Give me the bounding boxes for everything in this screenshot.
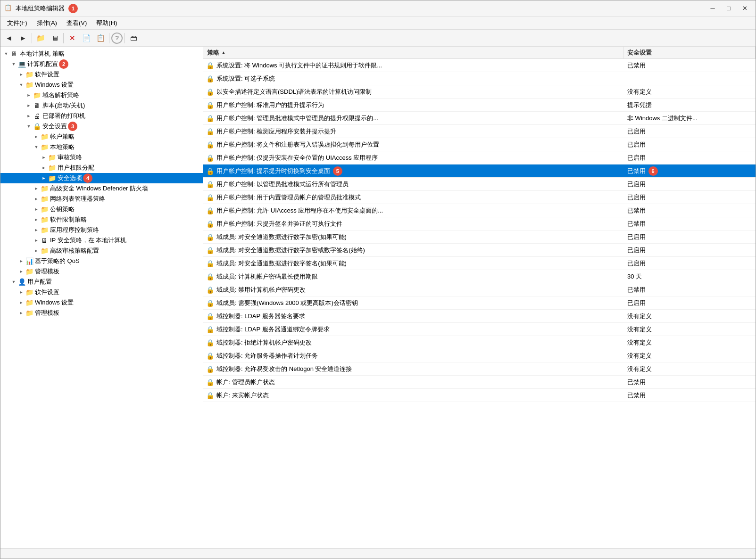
tree-dns[interactable]: ► 📁 域名解析策略 [0,90,203,100]
tree-ip-security[interactable]: ► 🖥 IP 安全策略，在 本地计算机 [0,235,203,246]
list-item[interactable]: 🔒 域成员: 对安全通道数据进行数字签名(如果可能) 已启用 [203,257,756,270]
useradm-icon: 📁 [25,309,33,317]
list-item[interactable]: 🔒 域成员: 禁用计算机帐户密码更改 已禁用 [203,283,756,296]
list-item[interactable]: 🔒 用户帐户控制: 标准用户的提升提示行为 提示凭据 [203,99,756,112]
list-item[interactable]: 🔒 域控制器: LDAP 服务器签名要求 没有定义 [203,310,756,323]
tree-account-policy[interactable]: ► 📁 帐户策略 [0,132,203,142]
software-expand: ► [17,71,25,78]
tree-audit[interactable]: ► 📁 审核策略 [0,152,203,163]
row-security-text: 已禁用 [623,391,756,400]
properties-button[interactable]: 🗃 [127,32,140,44]
row-policy-text: 域成员: 对安全通道数据进行数字签名(如果可能) [216,259,623,268]
tree-computer-config[interactable]: ▼ 💻 计算机配置 2 [0,59,203,69]
menu-view[interactable]: 查看(V) [62,17,91,29]
list-item[interactable]: 🔒 系统设置: 可选子系统 [203,72,756,85]
close-button[interactable]: ✕ [738,3,752,14]
menu-help[interactable]: 帮助(H) [91,17,122,29]
menu-file[interactable]: 文件(F) [2,17,32,29]
list-item[interactable]: 🔒 用户帐户控制: 管理员批准模式中管理员的提升权限提示的... 非 Windo… [203,112,756,125]
row-policy-text: 域成员: 对安全通道数据进行数字加密或数字签名(始终) [216,246,623,255]
row-policy-text: 域控制器: 拒绝计算机帐户密码更改 [216,338,623,347]
tree-printers[interactable]: ► 🖨 已部署的打印机 [0,111,203,121]
list-item[interactable]: 🔒 域成员: 需要强(Windows 2000 或更高版本)会话密钥 已启用 [203,296,756,310]
tree-user-software[interactable]: ► 📁 软件设置 [0,287,203,297]
list-item[interactable]: 🔒 域控制器: LDAP 服务器通道绑定令牌要求 没有定义 [203,323,756,336]
tree-qos[interactable]: ► 📊 基于策略的 QoS [0,256,203,266]
tree-user-admin-templates[interactable]: ► 📁 管理模板 [0,308,203,318]
row-security-text: 已启用 [623,193,756,202]
copy-button[interactable]: 📄 [80,32,93,44]
tree-root[interactable]: ▼ 🖥 本地计算机 策略 [0,49,203,59]
show-hide-button[interactable]: 🖥 [48,32,61,44]
row-policy-text: 用户帐户控制: 标准用户的提升提示行为 [216,101,623,109]
row-security-text: 已禁用 [623,206,756,215]
tree-defender[interactable]: ► 📁 高级安全 Windows Defender 防火墙 [0,183,203,194]
list-item[interactable]: 🔒 用户帐户控制: 用于内置管理员帐户的管理员批准模式 已启用 [203,191,756,204]
list-item[interactable]: 🔒 用户帐户控制: 只提升签名并验证的可执行文件 已禁用 [203,217,756,230]
list-item[interactable]: 🔒 以安全描述符定义语言(SDDL)语法表示的计算机访问限制 没有定义 [203,85,756,99]
row-policy-text: 域控制器: LDAP 服务器通道绑定令牌要求 [216,325,623,334]
list-item-selected[interactable]: 🔒 用户帐户控制: 提示提升时切换到安全桌面 5 已禁用 6 [203,164,756,178]
back-button[interactable]: ◄ [2,32,16,44]
tree-user-rights[interactable]: ► 📁 用户权限分配 [0,163,203,173]
tree-public-key[interactable]: ► 📁 公钥策略 [0,204,203,214]
tree-admin-templates[interactable]: ► 📁 管理模板 [0,266,203,277]
up-button[interactable]: 📁 [34,32,47,44]
scripts-label: 脚本(启动/关机) [42,101,85,110]
list-item[interactable]: 🔒 系统设置: 将 Windows 可执行文件中的证书规则用于软件限... 已禁… [203,59,756,72]
ipsec-icon: 🖥 [40,236,49,245]
toolbar-sep-4 [125,33,125,43]
col-header-security[interactable]: 安全设置 [623,47,756,58]
forward-button[interactable]: ► [17,32,30,44]
tree-security-settings[interactable]: ▼ 🔒 安全设置 3 [0,121,203,132]
tree-software-restrict[interactable]: ► 📁 软件限制策略 [0,214,203,225]
list-item[interactable]: 🔒 域控制器: 允许服务器操作者计划任务 没有定义 [203,349,756,362]
tree-advanced-audit[interactable]: ► 📁 高级审核策略配置 [0,246,203,256]
row-policy-text: 域控制器: 允许易受攻击的 Netlogon 安全通道连接 [216,365,623,373]
list-item[interactable]: 🔒 用户帐户控制: 将文件和注册表写入错误虚拟化到每用户位置 已启用 [203,138,756,151]
paste-button[interactable]: 📋 [94,32,107,44]
row-policy-text: 用户帐户控制: 管理员批准模式中管理员的提升权限提示的... [216,114,623,123]
tree-local-policy[interactable]: ▼ 📁 本地策略 [0,142,203,152]
list-item[interactable]: 🔒 域成员: 计算机帐户密码最长使用期限 30 天 [203,270,756,283]
userconfig-expand: ▼ [10,278,17,286]
audit-icon: 📁 [48,153,56,162]
list-item[interactable]: 🔒 域控制器: 拒绝计算机帐户密码更改 没有定义 [203,336,756,349]
tree-applocker[interactable]: ► 📁 应用程序控制策略 [0,225,203,235]
list-item[interactable]: 🔒 帐户: 来宾帐户状态 已禁用 [203,389,756,402]
row-security-text: 没有定义 [623,338,756,347]
tree-user-windows[interactable]: ► 📁 Windows 设置 [0,297,203,308]
maximize-button[interactable]: □ [722,3,736,14]
row-security-text: 已启用 [623,127,756,136]
tree-software-settings[interactable]: ► 📁 软件设置 [0,69,203,80]
local-label: 本地策略 [50,143,75,151]
scripts-icon: 🖥 [33,101,41,110]
list-item[interactable]: 🔒 用户帐户控制: 检测应用程序安装并提示提升 已启用 [203,125,756,138]
tree-user-config[interactable]: ▼ 👤 用户配置 [0,277,203,287]
list-item[interactable]: 🔒 域控制器: 允许易受攻击的 Netlogon 安全通道连接 没有定义 [203,362,756,376]
list-item[interactable]: 🔒 用户帐户控制: 仅提升安装在安全位置的 UIAccess 应用程序 已启用 [203,151,756,164]
delete-button[interactable]: ✕ [66,32,79,44]
help-button[interactable]: ? [111,33,123,44]
list-item[interactable]: 🔒 域成员: 对安全通道数据进行数字加密(如果可能) 已启用 [203,230,756,244]
scripts-expand: ► [25,102,33,109]
windows-icon: 📁 [25,81,33,89]
root-label: 本地计算机 策略 [20,49,65,58]
list-item[interactable]: 🔒 用户帐户控制: 允许 UIAccess 应用程序在不使用安全桌面的... 已… [203,204,756,217]
admtmpl-label: 管理模板 [35,267,59,276]
list-item[interactable]: 🔒 用户帐户控制: 以管理员批准模式运行所有管理员 已启用 [203,178,756,191]
qos-expand: ► [17,257,25,265]
tree-scripts[interactable]: ► 🖥 脚本(启动/关机) [0,100,203,111]
tree-windows-settings[interactable]: ▼ 📁 Windows 设置 [0,80,203,90]
tree-security-options[interactable]: ► 📁 安全选项 4 [0,173,203,183]
column-headers: 策略 ▲ 安全设置 [203,47,756,59]
list-item[interactable]: 🔒 帐户: 管理员帐户状态 已禁用 [203,376,756,389]
printers-icon: 🖨 [33,112,41,120]
toolbar-sep-1 [32,33,32,43]
menu-action[interactable]: 操作(A) [32,17,62,29]
minimize-button[interactable]: ─ [706,3,720,14]
list-item[interactable]: 🔒 域成员: 对安全通道数据进行数字加密或数字签名(始终) 已启用 [203,244,756,257]
dns-label: 域名解析策略 [42,91,79,99]
tree-network-list[interactable]: ► 📁 网络列表管理器策略 [0,194,203,204]
col-header-policy[interactable]: 策略 ▲ [203,47,623,58]
